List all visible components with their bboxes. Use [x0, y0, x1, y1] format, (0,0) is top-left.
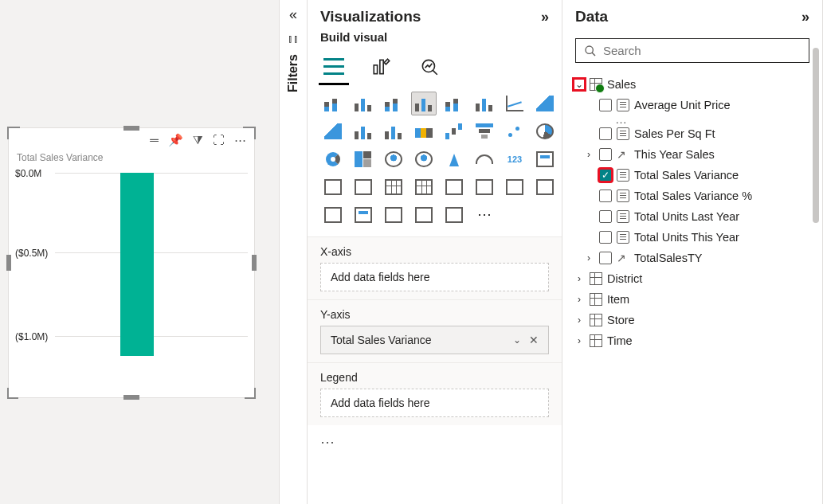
tab-analytics[interactable] — [416, 53, 443, 80]
viz-type-stacked-bar[interactable] — [320, 92, 346, 115]
viz-type-100-stacked-column[interactable] — [472, 92, 497, 115]
table-icon — [590, 314, 602, 326]
scrollbar[interactable] — [813, 48, 819, 496]
focus-mode-icon[interactable]: ⛶ — [213, 133, 225, 147]
field-checkbox[interactable] — [599, 99, 612, 111]
search-input[interactable] — [603, 44, 801, 57]
viz-type-more[interactable]: ⋯ — [472, 203, 497, 227]
remove-field-icon[interactable]: ✕ — [529, 334, 539, 346]
viz-type-stacked-area[interactable] — [320, 119, 346, 143]
more-field-wells-icon[interactable]: ⋯ — [308, 425, 562, 459]
viz-type-funnel[interactable] — [472, 119, 497, 143]
drag-handle-icon[interactable]: ═ — [150, 133, 159, 147]
viz-type-scatter[interactable] — [502, 119, 527, 143]
analytics-icon — [419, 57, 440, 77]
viz-type-100-stacked-bar[interactable] — [441, 92, 467, 115]
viz-type-python-visual[interactable] — [472, 175, 497, 199]
viz-type-line[interactable] — [502, 92, 527, 115]
filters-pane-collapsed[interactable]: « ⫿⫿ Filters — [279, 0, 308, 504]
field-sales-per-sq-ft[interactable]: Sales Per Sq Ft — [569, 123, 816, 144]
field-total-units-this-year[interactable]: Total Units This Year — [569, 227, 816, 248]
chevron-right-icon[interactable]: › — [583, 149, 594, 160]
viz-type-paginated-report[interactable] — [381, 203, 406, 227]
chevron-right-icon[interactable]: › — [574, 273, 585, 284]
field-checkbox[interactable] — [599, 148, 612, 161]
collapse-visualizations-icon[interactable]: » — [541, 9, 549, 25]
tab-format-visual[interactable] — [368, 53, 395, 80]
table-icon — [385, 179, 402, 195]
viz-type-r-visual[interactable] — [441, 175, 467, 199]
chevron-right-icon[interactable]: › — [574, 315, 585, 326]
xaxis-drop-zone[interactable]: Add data fields here — [320, 263, 549, 291]
viz-type-azure-map[interactable] — [441, 147, 467, 171]
viz-type-filled-map[interactable] — [411, 147, 437, 171]
table-store[interactable]: ›Store — [569, 310, 816, 330]
build-visual-icon — [323, 58, 344, 76]
viz-type-slicer[interactable] — [351, 175, 376, 199]
field-this-year-sales[interactable]: ›This Year Sales — [569, 144, 816, 165]
area-icon — [536, 96, 554, 111]
field-totalsalesty[interactable]: ›TotalSalesTY — [569, 248, 816, 268]
field-average-unit-price[interactable]: Average Unit Price — [569, 95, 816, 115]
viz-type-key-influencers[interactable] — [532, 175, 558, 199]
viz-type-q-a[interactable] — [502, 175, 527, 199]
viz-type-clustered-bar[interactable] — [381, 92, 406, 115]
more-options-icon[interactable]: ⋯ — [234, 133, 246, 147]
expand-filters-icon[interactable]: « — [289, 6, 297, 23]
filter-icon[interactable]: ⧩ — [193, 133, 203, 147]
field-checkbox[interactable] — [599, 189, 612, 202]
search-box[interactable] — [575, 38, 809, 63]
legend-drop-zone[interactable]: Add data fields here — [320, 389, 549, 417]
viz-type-line-stacked-column[interactable] — [351, 119, 376, 143]
stacked-bar-icon — [324, 96, 342, 111]
viz-type-table[interactable] — [381, 175, 406, 199]
chevron-right-icon[interactable]: › — [583, 252, 594, 264]
field-checkbox[interactable]: ✓ — [599, 169, 612, 182]
viz-type-stacked-column[interactable] — [351, 92, 376, 115]
viz-type-decomposition-tree[interactable] — [320, 203, 346, 227]
field-checkbox[interactable] — [599, 231, 612, 244]
viz-type-smart-narrative[interactable] — [351, 203, 376, 227]
viz-type-line-clustered-column[interactable] — [381, 119, 406, 143]
viz-type-treemap[interactable] — [351, 147, 376, 171]
field-checkbox[interactable] — [599, 252, 612, 264]
chevron-down-icon[interactable]: ⌄ — [513, 334, 521, 346]
field-checkbox[interactable] — [599, 210, 612, 223]
visual-container[interactable]: ═ 📌 ⧩ ⛶ ⋯ Total Sales Variance $0.0M ($0… — [8, 127, 255, 398]
table-sales[interactable]: ⌄Sales — [569, 74, 816, 95]
field-total-sales-variance-[interactable]: Total Sales Variance % — [569, 186, 816, 206]
viz-type-gauge[interactable] — [472, 147, 497, 171]
viz-type-power-automate[interactable] — [441, 203, 467, 227]
report-canvas[interactable]: ═ 📌 ⧩ ⛶ ⋯ Total Sales Variance $0.0M ($0… — [0, 0, 279, 504]
field-checkbox[interactable] — [599, 127, 612, 140]
viz-type-power-apps[interactable] — [411, 203, 437, 227]
viz-type-matrix[interactable] — [411, 175, 437, 199]
field-label: Total Units This Year — [634, 231, 739, 244]
chevron-right-icon[interactable]: › — [574, 335, 585, 346]
viz-type-clustered-column[interactable] — [411, 92, 437, 115]
table-item[interactable]: ›Item — [569, 289, 816, 310]
viz-type-donut[interactable] — [320, 147, 346, 171]
field-total-sales-variance[interactable]: ✓Total Sales Variance — [569, 165, 816, 186]
viz-type-map[interactable] — [381, 147, 406, 171]
chevron-down-icon[interactable]: ⌄ — [574, 79, 585, 90]
collapse-data-icon[interactable]: » — [801, 9, 809, 25]
scatter-icon — [506, 123, 523, 139]
chart-bar[interactable] — [120, 173, 154, 356]
chevron-right-icon[interactable]: › — [574, 294, 585, 305]
table-label: Item — [607, 293, 629, 306]
viz-type-pie[interactable] — [532, 119, 558, 143]
pin-icon[interactable]: 📌 — [168, 133, 183, 147]
tab-build-visual[interactable] — [320, 53, 347, 80]
viz-type-multi-row-card[interactable] — [532, 147, 558, 171]
yaxis-field-pill[interactable]: Total Sales Variance ⌄ ✕ — [320, 326, 549, 354]
viz-type-kpi[interactable] — [320, 175, 346, 199]
viz-type-area[interactable] — [532, 92, 558, 115]
line-clustered-column-icon — [385, 123, 402, 139]
table-time[interactable]: ›Time — [569, 330, 816, 351]
viz-type-ribbon[interactable] — [411, 119, 437, 143]
viz-type-card[interactable]: 123 — [502, 147, 527, 171]
field-total-units-last-year[interactable]: Total Units Last Year — [569, 206, 816, 227]
table-district[interactable]: ›District — [569, 268, 816, 289]
viz-type-waterfall[interactable] — [441, 119, 467, 143]
